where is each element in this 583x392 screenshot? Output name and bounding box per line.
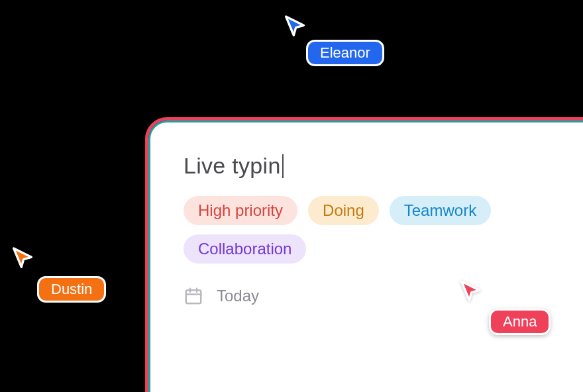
tag-list: High priority Doing Teamwork Collaborati… [184,196,577,264]
date-label: Today [217,287,259,305]
calendar-icon [184,286,203,306]
presence-cursor-eleanor [282,13,308,40]
presence-label-anna: Anna [489,309,551,335]
tag-teamwork[interactable]: Teamwork [390,196,491,225]
cursor-icon [282,13,308,40]
text-cursor-icon [282,154,284,178]
cursor-icon [9,245,36,271]
note-title[interactable]: Live typin [184,153,281,179]
date-row[interactable]: Today [184,286,577,306]
note-card: Live typin High priority Doing Teamwork … [148,121,583,392]
presence-label-eleanor: Eleanor [306,40,384,66]
presence-label-dustin: Dustin [37,276,106,303]
tag-collaboration[interactable]: Collaboration [184,234,306,264]
presence-cursor-dustin [9,245,36,271]
tag-high-priority[interactable]: High priority [184,196,297,225]
tag-doing[interactable]: Doing [308,196,379,225]
svg-rect-0 [186,290,201,303]
title-row: Live typin [184,153,577,179]
